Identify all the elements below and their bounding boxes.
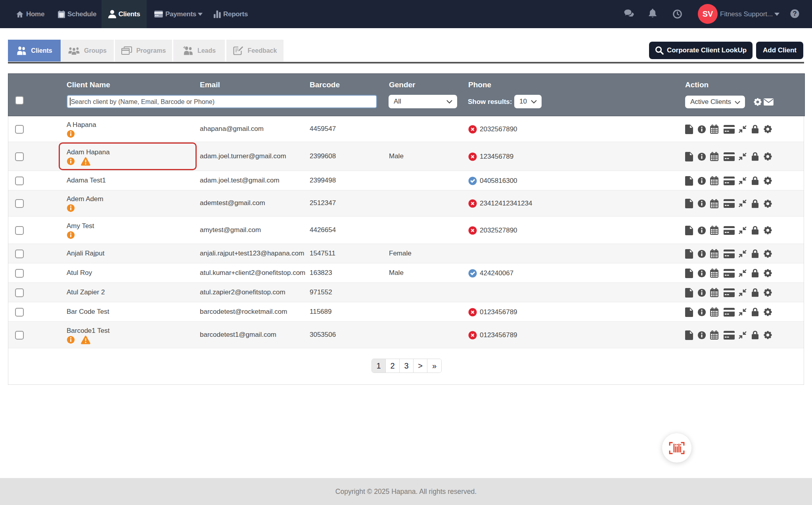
- svg-text:?: ?: [793, 10, 797, 17]
